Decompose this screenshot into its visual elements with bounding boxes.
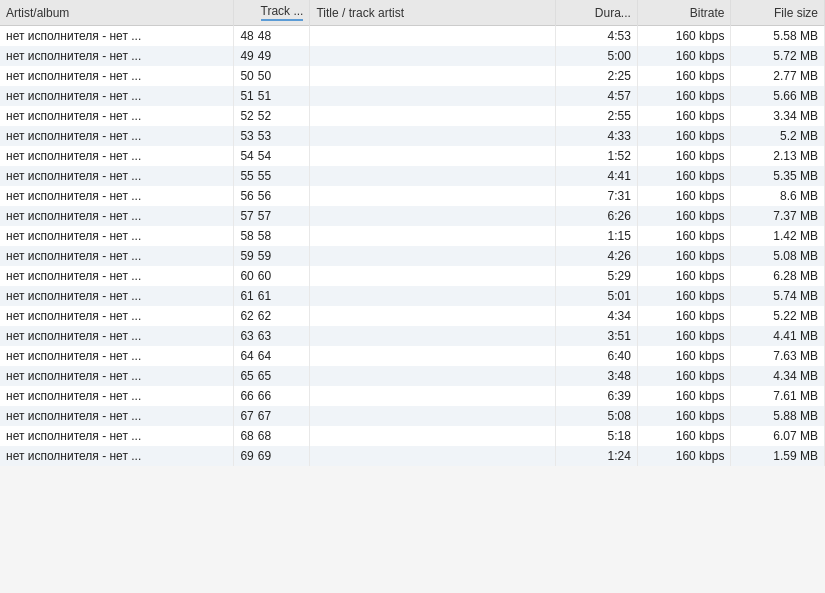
cell-track: 6969 bbox=[234, 446, 310, 466]
table-row[interactable]: нет исполнителя - нет ...64646:40160 kbp… bbox=[0, 346, 825, 366]
table-row[interactable]: нет исполнителя - нет ...66666:39160 kbp… bbox=[0, 386, 825, 406]
cell-filesize: 5.08 MB bbox=[731, 246, 825, 266]
cell-title bbox=[310, 226, 556, 246]
cell-track: 5454 bbox=[234, 146, 310, 166]
cell-bitrate: 160 kbps bbox=[637, 286, 731, 306]
table-row[interactable]: нет исполнителя - нет ...58581:15160 kbp… bbox=[0, 226, 825, 246]
cell-filesize: 2.13 MB bbox=[731, 146, 825, 166]
cell-duration: 5:18 bbox=[556, 426, 638, 446]
cell-artist: нет исполнителя - нет ... bbox=[0, 86, 234, 106]
col-header-track[interactable]: Track ... bbox=[234, 0, 310, 26]
cell-title bbox=[310, 266, 556, 286]
cell-title bbox=[310, 186, 556, 206]
cell-duration: 2:25 bbox=[556, 66, 638, 86]
table-row[interactable]: нет исполнителя - нет ...63633:51160 kbp… bbox=[0, 326, 825, 346]
cell-artist: нет исполнителя - нет ... bbox=[0, 406, 234, 426]
col-header-artist[interactable]: Artist/album bbox=[0, 0, 234, 26]
cell-title bbox=[310, 166, 556, 186]
cell-artist: нет исполнителя - нет ... bbox=[0, 326, 234, 346]
table-row[interactable]: нет исполнителя - нет ...50502:25160 kbp… bbox=[0, 66, 825, 86]
cell-filesize: 5.22 MB bbox=[731, 306, 825, 326]
cell-filesize: 1.59 MB bbox=[731, 446, 825, 466]
cell-filesize: 6.28 MB bbox=[731, 266, 825, 286]
cell-bitrate: 160 kbps bbox=[637, 66, 731, 86]
cell-title bbox=[310, 446, 556, 466]
cell-track: 4848 bbox=[234, 26, 310, 47]
cell-title bbox=[310, 106, 556, 126]
table-row[interactable]: нет исполнителя - нет ...53534:33160 kbp… bbox=[0, 126, 825, 146]
cell-filesize: 5.58 MB bbox=[731, 26, 825, 47]
cell-filesize: 5.35 MB bbox=[731, 166, 825, 186]
table-row[interactable]: нет исполнителя - нет ...62624:34160 kbp… bbox=[0, 306, 825, 326]
cell-track: 5151 bbox=[234, 86, 310, 106]
table-row[interactable]: нет исполнителя - нет ...60605:29160 kbp… bbox=[0, 266, 825, 286]
cell-filesize: 7.63 MB bbox=[731, 346, 825, 366]
table-row[interactable]: нет исполнителя - нет ...69691:24160 kbp… bbox=[0, 446, 825, 466]
cell-track: 6060 bbox=[234, 266, 310, 286]
cell-artist: нет исполнителя - нет ... bbox=[0, 346, 234, 366]
track-table: Artist/album Track ... Title / track art… bbox=[0, 0, 825, 466]
cell-duration: 2:55 bbox=[556, 106, 638, 126]
cell-filesize: 5.2 MB bbox=[731, 126, 825, 146]
table-row[interactable]: нет исполнителя - нет ...67675:08160 kbp… bbox=[0, 406, 825, 426]
cell-bitrate: 160 kbps bbox=[637, 266, 731, 286]
table-row[interactable]: нет исполнителя - нет ...61615:01160 kbp… bbox=[0, 286, 825, 306]
cell-title bbox=[310, 66, 556, 86]
cell-filesize: 4.41 MB bbox=[731, 326, 825, 346]
track-sort-indicator bbox=[261, 19, 304, 21]
cell-bitrate: 160 kbps bbox=[637, 246, 731, 266]
table-row[interactable]: нет исполнителя - нет ...49495:00160 kbp… bbox=[0, 46, 825, 66]
cell-title bbox=[310, 366, 556, 386]
table-row[interactable]: нет исполнителя - нет ...57576:26160 kbp… bbox=[0, 206, 825, 226]
cell-artist: нет исполнителя - нет ... bbox=[0, 66, 234, 86]
col-header-duration[interactable]: Dura... bbox=[556, 0, 638, 26]
cell-artist: нет исполнителя - нет ... bbox=[0, 186, 234, 206]
cell-duration: 6:40 bbox=[556, 346, 638, 366]
cell-artist: нет исполнителя - нет ... bbox=[0, 426, 234, 446]
cell-artist: нет исполнителя - нет ... bbox=[0, 266, 234, 286]
cell-filesize: 6.07 MB bbox=[731, 426, 825, 446]
col-header-title[interactable]: Title / track artist bbox=[310, 0, 556, 26]
table-row[interactable]: нет исполнителя - нет ...51514:57160 kbp… bbox=[0, 86, 825, 106]
table-row[interactable]: нет исполнителя - нет ...48484:53160 kbp… bbox=[0, 26, 825, 47]
cell-bitrate: 160 kbps bbox=[637, 446, 731, 466]
cell-track: 6565 bbox=[234, 366, 310, 386]
cell-artist: нет исполнителя - нет ... bbox=[0, 226, 234, 246]
cell-artist: нет исполнителя - нет ... bbox=[0, 166, 234, 186]
cell-title bbox=[310, 146, 556, 166]
cell-duration: 4:41 bbox=[556, 166, 638, 186]
cell-filesize: 7.37 MB bbox=[731, 206, 825, 226]
cell-title bbox=[310, 46, 556, 66]
track-list-container: Artist/album Track ... Title / track art… bbox=[0, 0, 825, 593]
col-header-filesize[interactable]: File size bbox=[731, 0, 825, 26]
table-row[interactable]: нет исполнителя - нет ...59594:26160 kbp… bbox=[0, 246, 825, 266]
cell-bitrate: 160 kbps bbox=[637, 346, 731, 366]
cell-title bbox=[310, 386, 556, 406]
cell-bitrate: 160 kbps bbox=[637, 146, 731, 166]
cell-artist: нет исполнителя - нет ... bbox=[0, 246, 234, 266]
cell-title bbox=[310, 326, 556, 346]
table-row[interactable]: нет исполнителя - нет ...56567:31160 kbp… bbox=[0, 186, 825, 206]
table-row[interactable]: нет исполнителя - нет ...52522:55160 kbp… bbox=[0, 106, 825, 126]
cell-track: 5252 bbox=[234, 106, 310, 126]
cell-filesize: 7.61 MB bbox=[731, 386, 825, 406]
cell-bitrate: 160 kbps bbox=[637, 26, 731, 47]
table-row[interactable]: нет исполнителя - нет ...68685:18160 kbp… bbox=[0, 426, 825, 446]
cell-bitrate: 160 kbps bbox=[637, 386, 731, 406]
cell-bitrate: 160 kbps bbox=[637, 326, 731, 346]
cell-track: 6161 bbox=[234, 286, 310, 306]
table-row[interactable]: нет исполнителя - нет ...55554:41160 kbp… bbox=[0, 166, 825, 186]
cell-title bbox=[310, 26, 556, 47]
table-row[interactable]: нет исполнителя - нет ...65653:48160 kbp… bbox=[0, 366, 825, 386]
cell-title bbox=[310, 206, 556, 226]
table-row[interactable]: нет исполнителя - нет ...54541:52160 kbp… bbox=[0, 146, 825, 166]
cell-track: 5959 bbox=[234, 246, 310, 266]
col-header-bitrate[interactable]: Bitrate bbox=[637, 0, 731, 26]
cell-filesize: 1.42 MB bbox=[731, 226, 825, 246]
cell-bitrate: 160 kbps bbox=[637, 206, 731, 226]
cell-duration: 1:52 bbox=[556, 146, 638, 166]
cell-duration: 1:15 bbox=[556, 226, 638, 246]
cell-track: 6767 bbox=[234, 406, 310, 426]
cell-filesize: 5.74 MB bbox=[731, 286, 825, 306]
cell-artist: нет исполнителя - нет ... bbox=[0, 446, 234, 466]
